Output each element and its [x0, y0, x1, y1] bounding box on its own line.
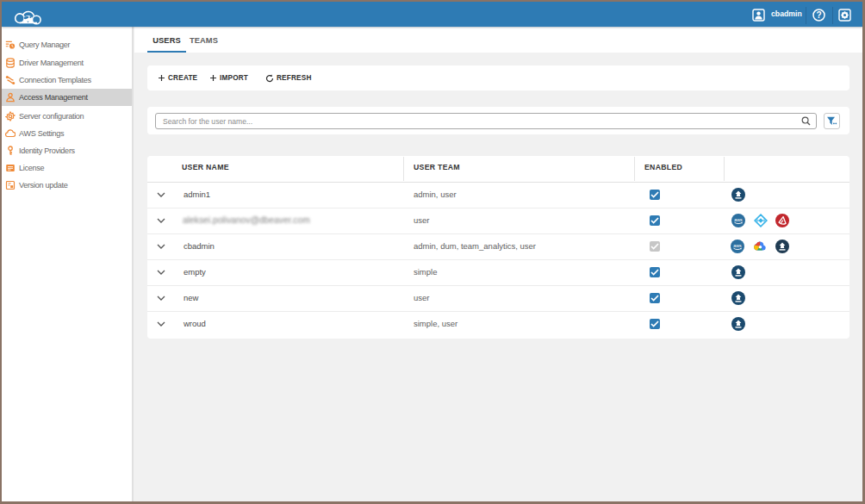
svg-text:aws: aws — [733, 243, 742, 248]
svg-text:aws: aws — [734, 217, 743, 222]
svg-text:?: ? — [816, 10, 821, 20]
